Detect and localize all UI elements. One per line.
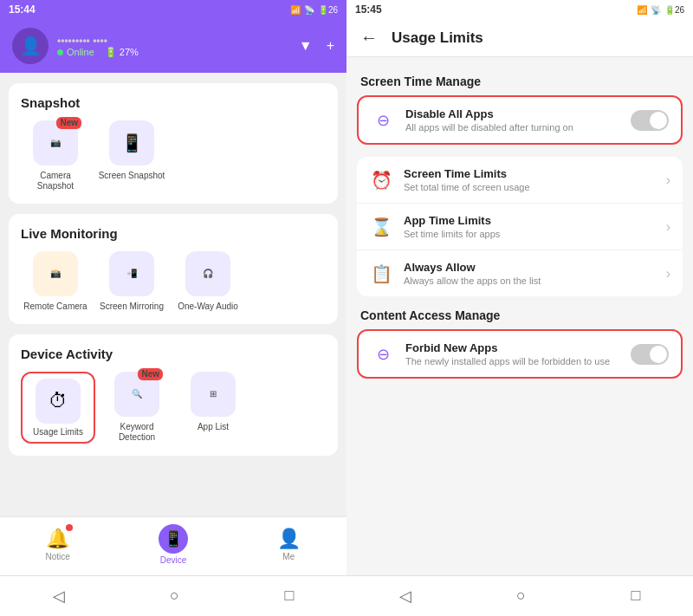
keyword-detection-item[interactable]: 🔍 New Keyword Detection [102,372,172,444]
app-list-icon: ⊞ [210,389,217,399]
screen-time-limits-subtitle: Set total time of screen usage [404,182,656,192]
one-way-audio-icon-box: 🎧 [185,251,230,296]
device-icon: 📱 [159,524,188,554]
battery-percent: 🔋 27% [105,47,139,58]
left-system-nav: ◁ ○ □ [0,575,346,616]
left-content: Snapshot 📷 New Camera Snapshot 📱 Screen … [0,73,346,516]
remote-camera-icon: 📸 [50,269,61,279]
keyword-detection-label: Keyword Detection [102,422,172,443]
device-activity-section: Device Activity ⏱ Usage Limits 🔍 New Key… [9,334,338,456]
app-time-limits-text: App Time Limits Set time limits for apps [404,214,656,239]
username: ••••••••• •••• [57,35,139,47]
always-allow-item[interactable]: 📋 Always Allow Always allow the apps on … [357,250,683,296]
nav-me[interactable]: 👤 Me [262,528,314,561]
user-details: ••••••••• •••• Online 🔋 27% [57,35,139,58]
disable-all-apps-toggle[interactable] [631,110,669,131]
camera-snapshot-icon-box: 📷 New [33,120,78,165]
screen-time-manage-title: Screen Time Manage [360,75,683,88]
keyword-badge: New [138,368,163,380]
screen-snapshot-label: Screen Snapshot [99,171,165,181]
left-header: 👤 ••••••••• •••• Online 🔋 27% ▼ + [0,19,346,73]
right-system-nav: ◁ ○ □ [346,575,693,616]
nav-device[interactable]: 📱 Device [147,524,199,565]
user-status: Online 🔋 27% [57,47,139,58]
right-wifi-icon: 📡 [651,5,661,15]
keyword-detection-icon-box: 🔍 New [114,372,159,417]
screen-mirroring-item[interactable]: 📲 Screen Mirroring [97,251,166,312]
usage-limits-item[interactable]: ⏱ Usage Limits [21,372,95,444]
disable-all-apps-icon: ⊖ [371,111,395,130]
right-battery-icon: 🔋26 [664,5,684,15]
device-activity-grid: ⏱ Usage Limits 🔍 New Keyword Detection ⊞… [21,372,326,444]
always-allow-icon: 📋 [369,263,393,284]
recents-system-btn[interactable]: □ [267,583,311,609]
nav-notice[interactable]: 🔔 Notice [32,528,84,561]
camera-snapshot-label: Camera Snapshot [21,171,90,191]
online-dot [57,49,63,55]
app-time-limits-title: App Time Limits [404,214,656,227]
remote-camera-label: Remote Camera [23,302,87,312]
back-button[interactable]: ← [360,28,378,48]
back-system-btn[interactable]: ◁ [36,583,82,609]
disable-all-apps-item[interactable]: ⊖ Disable All Apps All apps will be disa… [359,97,681,143]
headphones-icon: 🎧 [203,269,213,279]
screen-time-limits-text: Screen Time Limits Set total time of scr… [404,167,656,192]
left-status-icons: 📶 📡 🔋26 [290,5,338,15]
disable-all-apps-subtitle: All apps will be disabled after turning … [405,122,620,133]
live-monitoring-title: Live Monitoring [21,226,326,241]
screen-time-limits-item[interactable]: ⏰ Screen Time Limits Set total time of s… [357,157,683,204]
forbid-new-apps-item[interactable]: ⊖ Forbid New Apps The newly installed ap… [359,331,681,377]
right-home-btn[interactable]: ○ [499,583,543,609]
forbid-new-apps-subtitle: The newly installed apps will be forbidd… [405,356,620,366]
dropdown-icon[interactable]: ▼ [299,38,313,54]
nav-device-label: Device [160,555,187,565]
content-access-manage-title: Content Access Manage [360,308,683,322]
app-time-limits-chevron: › [666,219,670,235]
always-allow-chevron: › [666,266,670,282]
avatar: 👤 [12,28,49,64]
camera-badge: New [56,117,81,129]
header-actions: ▼ + [299,38,334,54]
wifi-icon: 📡 [304,5,314,15]
left-panel: 15:44 📶 📡 🔋26 👤 ••••••••• •••• Online 🔋 … [0,0,346,616]
usage-limits-icon: ⏱ [49,390,68,412]
forbid-new-apps-toggle[interactable] [631,344,669,365]
forbid-new-apps-title: Forbid New Apps [405,341,620,354]
add-icon[interactable]: + [327,38,334,54]
live-monitoring-grid: 📸 Remote Camera 📲 Screen Mirroring 🎧 One… [21,251,326,312]
status-label: Online [67,47,94,57]
app-list-item[interactable]: ⊞ App List [178,372,248,444]
screen-snapshot-item[interactable]: 📱 Screen Snapshot [97,120,166,191]
right-signal-icon: 📶 [637,5,647,15]
right-header-title: Usage Limits [392,29,483,47]
screen-time-limits-title: Screen Time Limits [404,167,656,180]
screen-time-card: ⏰ Screen Time Limits Set total time of s… [357,157,683,296]
always-allow-text: Always Allow Always allow the apps on th… [404,261,656,286]
right-panel: 15:45 📶 📡 🔋26 ← Usage Limits Screen Time… [346,0,693,616]
screen-mirroring-icon-box: 📲 [109,251,154,296]
live-monitoring-section: Live Monitoring 📸 Remote Camera 📲 Screen… [9,214,338,324]
user-info-container: 👤 ••••••••• •••• Online 🔋 27% [12,28,139,64]
right-back-btn[interactable]: ◁ [382,583,429,609]
forbid-new-apps-icon: ⊖ [371,345,395,364]
one-way-audio-item[interactable]: 🎧 One-Way Audio [173,251,243,312]
usage-limits-label: Usage Limits [33,427,83,437]
screen-time-limits-chevron: › [666,172,670,188]
left-status-bar: 15:44 📶 📡 🔋26 [0,0,346,19]
forbid-new-apps-card: ⊖ Forbid New Apps The newly installed ap… [357,329,683,379]
camera-snapshot-item[interactable]: 📷 New Camera Snapshot [21,120,90,191]
left-time: 15:44 [9,3,36,16]
right-header: ← Usage Limits [346,19,693,57]
app-list-label: App List [198,422,229,432]
snapshot-grid: 📷 New Camera Snapshot 📱 Screen Snapshot [21,120,326,191]
screen-mirroring-label: Screen Mirroring [100,302,164,312]
keyword-detection-icon: 🔍 [132,389,142,399]
right-recents-btn[interactable]: □ [613,583,657,609]
remote-camera-item[interactable]: 📸 Remote Camera [21,251,90,312]
app-time-limits-item[interactable]: ⌛ App Time Limits Set time limits for ap… [357,204,683,250]
app-time-limits-icon: ⌛ [369,217,393,237]
disable-all-apps-title: Disable All Apps [405,107,620,120]
battery-icon: 🔋26 [318,5,338,15]
home-system-btn[interactable]: ○ [152,583,197,609]
camera-icon: 📷 [50,138,61,148]
